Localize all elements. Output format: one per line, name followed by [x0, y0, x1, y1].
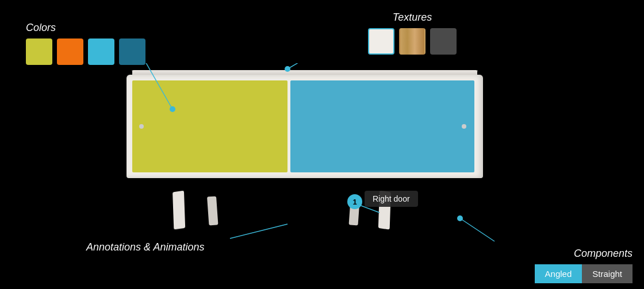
components-label: Components: [535, 248, 632, 260]
door-left[interactable]: [132, 80, 288, 172]
color-swatch-orange[interactable]: [57, 38, 83, 65]
svg-point-7: [457, 215, 463, 221]
color-swatch-dark-blue[interactable]: [119, 38, 145, 65]
component-btn-straight[interactable]: Straight: [582, 264, 632, 283]
component-buttons: Angled Straight: [535, 264, 632, 283]
annotations-animations-label: Annotations & Animations: [86, 241, 204, 253]
textures-label: Textures: [368, 11, 457, 24]
svg-line-4: [460, 218, 494, 241]
annotation-dot-1[interactable]: 1: [347, 194, 362, 209]
colors-section: Colors: [26, 22, 145, 65]
texture-swatch-wood[interactable]: [399, 28, 425, 55]
svg-line-1: [288, 63, 356, 69]
door-right[interactable]: [290, 80, 474, 172]
cabinet: [126, 75, 483, 195]
color-swatches: [26, 38, 145, 65]
colors-label: Colors: [26, 22, 145, 34]
leg-back-left: [207, 196, 218, 225]
door-left-handle: [139, 124, 144, 129]
texture-swatch-dark[interactable]: [430, 28, 457, 55]
component-btn-angled[interactable]: Angled: [535, 264, 582, 283]
texture-swatches: [368, 28, 457, 55]
color-swatch-light-blue[interactable]: [88, 38, 114, 65]
texture-swatch-white[interactable]: [368, 28, 394, 55]
cabinet-body: [126, 75, 483, 178]
door-right-handle: [462, 124, 466, 129]
color-swatch-yellow-green[interactable]: [26, 38, 52, 65]
furniture-area: 1 Right door: [92, 63, 529, 259]
textures-section: Textures: [368, 11, 457, 55]
components-section: Components Angled Straight: [535, 248, 632, 283]
annotation-tooltip-1: Right door: [365, 191, 418, 207]
leg-front-left: [172, 191, 185, 230]
svg-line-3: [230, 224, 288, 238]
